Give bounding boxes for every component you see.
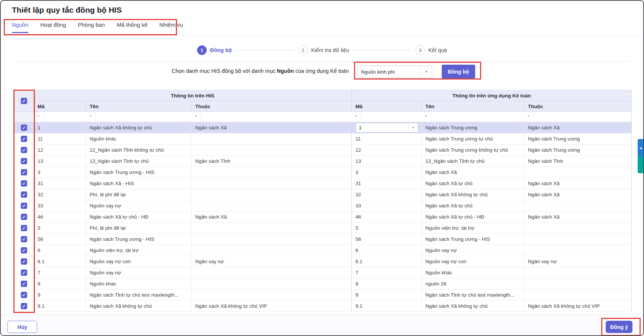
- select-arrow-box[interactable]: ▼: [421, 66, 432, 78]
- step-label: Đồng bộ: [210, 47, 232, 53]
- kt-ma-combobox[interactable]: 1▼: [355, 123, 418, 133]
- row-checkbox[interactable]: ✓: [21, 258, 27, 265]
- row-checkbox[interactable]: ✓: [21, 269, 27, 276]
- side-panel-toggle[interactable]: ◀: [638, 139, 643, 157]
- cell-kt-ten: Ngân sách Tỉnh tự chủ test maxlength...: [422, 290, 524, 301]
- cell-his-thuoc: [191, 145, 352, 156]
- chevron-down-icon[interactable]: ▼: [408, 123, 418, 132]
- cell-kt-thuoc: Ngân sách Xã: [524, 189, 632, 200]
- cell-his-ma: 1: [34, 122, 86, 133]
- col-header-kt-thuoc: Thuộc: [524, 101, 632, 112]
- filter-kt-ma[interactable]: *: [352, 112, 422, 122]
- cell-his-ma: 5: [34, 223, 86, 234]
- row-checkbox-cell: ✓: [15, 301, 34, 312]
- cell-his-ma: 31: [34, 178, 86, 189]
- row-checkbox-cell: ✓: [15, 122, 34, 133]
- cell-kt-ten: Ngân sách Xã tự chủ - HĐ: [422, 211, 524, 223]
- tab-hoat-dong[interactable]: Hoạt động: [40, 22, 66, 33]
- cell-his-ten: Nguồn viện trợ, tài trợ: [86, 245, 191, 256]
- cell-kt-ma: 31: [352, 178, 422, 189]
- filter-operator-icon[interactable]: *: [352, 112, 361, 122]
- row-checkbox[interactable]: ✓: [21, 147, 27, 153]
- row-checkbox[interactable]: ✓: [21, 125, 27, 131]
- table-row: ✓6Nguồn viện trợ, tài trợ6Nguồn vay nợ: [15, 245, 632, 256]
- sync-instruction: Chọn danh mục HIS đồng bộ với danh mục N…: [172, 68, 349, 74]
- cell-kt-thuoc: [524, 200, 632, 211]
- col-header-his-thuoc: Thuộc: [191, 101, 352, 112]
- table-row: ✓1212_Ngân sách Tỉnh không tự chủ12Ngân …: [15, 145, 632, 156]
- filter-his-ten[interactable]: *: [86, 112, 191, 122]
- side-dock-tab[interactable]: [638, 157, 643, 173]
- row-checkbox[interactable]: ✓: [21, 247, 27, 253]
- cell-his-thuoc: [191, 234, 352, 245]
- row-checkbox-cell: ✓: [15, 211, 34, 223]
- cell-his-ten: Phí, lệ phí để lại: [86, 223, 191, 234]
- row-checkbox[interactable]: ✓: [21, 180, 27, 187]
- row-checkbox[interactable]: ✓: [21, 169, 27, 175]
- stepper-step-dong-bo: 1Đồng bộ: [197, 45, 232, 55]
- row-checkbox-cell: ✓: [15, 245, 34, 256]
- row-checkbox[interactable]: ✓: [21, 203, 27, 209]
- cell-his-ma: 9: [34, 290, 86, 301]
- confirm-button[interactable]: Đồng ý: [606, 321, 632, 333]
- filter-his-thuoc[interactable]: *: [191, 112, 352, 122]
- cell-his-ten: Ngân sách Tỉnh tự chủ test maxlength...: [86, 290, 191, 301]
- filter-his-ma[interactable]: *: [34, 112, 86, 122]
- tab-ma-thong-ke[interactable]: Mã thống kê: [117, 22, 148, 33]
- table-filter-row: * * * * * *: [15, 112, 632, 122]
- col-header-his-ma: Mã: [34, 101, 86, 112]
- category-select-value: Nguồn kinh phí: [357, 69, 421, 75]
- row-checkbox[interactable]: ✓: [21, 281, 27, 287]
- cell-his-ma: 46: [34, 211, 86, 223]
- cell-his-ten: 12_Ngân sách Tỉnh không tự chủ: [86, 145, 191, 156]
- row-checkbox[interactable]: ✓: [21, 303, 27, 309]
- sync-instruction-suffix: của ứng dụng Kế toán: [294, 68, 349, 74]
- stepper-step-ket-qua: 3Kết quả: [415, 45, 447, 55]
- filter-operator-icon[interactable]: *: [524, 112, 534, 122]
- tab-nguon[interactable]: Nguồn: [12, 22, 28, 33]
- sync-instruction-prefix: Chọn danh mục HIS đồng bộ với danh mục: [172, 68, 277, 74]
- step-number: 1: [197, 45, 207, 55]
- cell-his-thuoc: [191, 200, 352, 211]
- page-title: Thiết lập quy tắc đồng bộ HIS: [12, 6, 122, 14]
- cell-kt-ten: Nguồn vay nợ: [422, 245, 524, 256]
- step-label: Kiểm tra dữ liệu: [311, 47, 349, 53]
- filter-operator-icon[interactable]: *: [34, 112, 44, 122]
- cell-kt-thuoc: [524, 223, 632, 234]
- table-group-header-row: ✓ Thông tin trên HIS Thông tin trên ứng …: [15, 90, 632, 101]
- chevron-down-icon: ▼: [425, 70, 428, 74]
- row-checkbox[interactable]: ✓: [21, 292, 27, 298]
- row-checkbox-cell: ✓: [15, 234, 34, 245]
- cell-kt-ma: 9.1: [352, 301, 422, 312]
- cell-kt-ma: 1▼: [352, 122, 422, 133]
- row-checkbox[interactable]: ✓: [21, 191, 27, 198]
- cell-his-thuoc: Ngân vay nợ: [191, 256, 352, 267]
- cell-kt-thuoc: [524, 245, 632, 256]
- filter-kt-ten[interactable]: *: [422, 112, 524, 122]
- row-checkbox[interactable]: ✓: [21, 136, 27, 142]
- cell-his-ma: 33: [34, 200, 86, 211]
- tab-phong-ban[interactable]: Phòng ban: [78, 22, 105, 33]
- select-all-checkbox[interactable]: ✓: [21, 98, 27, 104]
- cell-his-thuoc: [191, 267, 352, 278]
- sync-button[interactable]: Đồng bộ: [442, 65, 475, 78]
- filter-operator-icon[interactable]: *: [422, 112, 431, 122]
- row-checkbox[interactable]: ✓: [21, 158, 27, 164]
- tab-nhiem-vu[interactable]: Nhiệm vụ: [160, 22, 183, 33]
- cell-his-ma: 9.1: [34, 301, 86, 312]
- cell-kt-ma: 56: [352, 234, 422, 245]
- row-checkbox[interactable]: ✓: [21, 236, 27, 242]
- cell-his-ten: Phí, lệ phí để lại: [86, 189, 191, 200]
- step-number: 3: [415, 45, 425, 55]
- cell-kt-ten: Ngân sách Trung ương không tự chủ: [422, 145, 524, 156]
- category-select[interactable]: Nguồn kinh phí ▼: [357, 65, 432, 78]
- table-row: ✓9Ngân sách Tỉnh tự chủ test maxlength..…: [15, 290, 632, 301]
- cancel-button[interactable]: Hủy: [7, 321, 37, 333]
- filter-kt-thuoc[interactable]: *: [524, 112, 632, 122]
- filter-operator-icon[interactable]: *: [86, 112, 96, 122]
- row-checkbox[interactable]: ✓: [21, 214, 27, 220]
- table-column-header-row: Mã Tên Thuộc Mã Tên Thuộc: [15, 101, 632, 112]
- cell-kt-ma: 13: [352, 156, 422, 167]
- filter-operator-icon[interactable]: *: [191, 112, 201, 122]
- row-checkbox[interactable]: ✓: [21, 225, 27, 231]
